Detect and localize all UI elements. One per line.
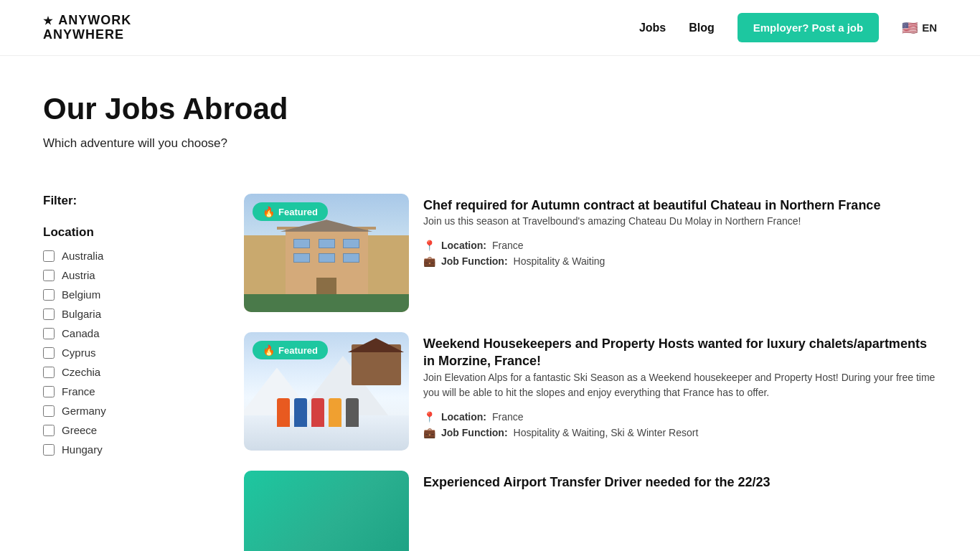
location-icon-1: 📍 (423, 240, 435, 251)
filter-label-czechia: Czechia (62, 366, 100, 378)
job-thumbnail-2[interactable]: 🔥 Featured (244, 332, 409, 451)
post-job-button[interactable]: Employer? Post a job (738, 13, 879, 42)
job-meta-1: 📍 Location: France 💼 Job Function: Hospi… (423, 240, 937, 267)
nav-jobs-link[interactable]: Jobs (639, 22, 666, 34)
page-title: Our Jobs Abroad (43, 92, 937, 126)
filter-checkbox-canada[interactable] (43, 328, 55, 339)
filter-checkbox-greece[interactable] (43, 425, 55, 436)
filter-item-czechia[interactable]: Czechia (43, 366, 201, 378)
sidebar: Filter: Location Australia Austria Belgi… (43, 194, 201, 456)
job-title-1[interactable]: Chef required for Autumn contract at bea… (423, 198, 880, 212)
filter-label-france: France (62, 385, 95, 397)
filter-checkbox-france[interactable] (43, 386, 55, 397)
hero-section: Our Jobs Abroad Which adventure will you… (0, 56, 980, 165)
fire-icon-1: 🔥 (263, 206, 275, 217)
lang-label: EN (922, 22, 937, 34)
location-value-1: France (492, 240, 524, 251)
job-thumbnail-3[interactable] (244, 471, 409, 551)
job-info-1: Chef required for Autumn contract at bea… (423, 194, 937, 267)
location-icon-2: 📍 (423, 411, 435, 423)
featured-badge-2: 🔥 Featured (253, 341, 328, 359)
main-nav: Jobs Blog Employer? Post a job 🇺🇸 EN (639, 13, 937, 42)
job-listings: 🔥 Featured Chef required for Autumn cont… (244, 194, 937, 551)
job-card-3: Experienced Airport Transfer Driver need… (244, 471, 937, 551)
job-function-2: 💼 Job Function: Hospitality & Waiting, S… (423, 427, 937, 438)
filter-label-cyprus: Cyprus (62, 347, 96, 359)
logo-line2: ANYWHERE (43, 28, 131, 42)
filter-item-belgium[interactable]: Belgium (43, 288, 201, 301)
filter-item-greece[interactable]: Greece (43, 424, 201, 436)
location-filter-title: Location (43, 225, 201, 240)
job-title-3[interactable]: Experienced Airport Transfer Driver need… (423, 475, 771, 489)
filter-label-greece: Greece (62, 424, 97, 436)
job-info-2: Weekend Housekeepers and Property Hosts … (423, 332, 937, 438)
filter-checkbox-bulgaria[interactable] (43, 309, 55, 320)
filter-item-canada[interactable]: Canada (43, 327, 201, 339)
job-desc-2: Join Elevation Alps for a fantastic Ski … (423, 370, 937, 401)
fire-icon-2: 🔥 (263, 344, 275, 356)
job-location-1: 📍 Location: France (423, 240, 937, 251)
filter-label-canada: Canada (62, 327, 100, 339)
logo-icon (43, 16, 53, 26)
filter-label-germany: Germany (62, 405, 106, 417)
location-label-2: Location: (441, 411, 486, 423)
function-icon-1: 💼 (423, 255, 435, 267)
function-icon-2: 💼 (423, 427, 435, 438)
filter-checkbox-cyprus[interactable] (43, 347, 55, 359)
filter-item-germany[interactable]: Germany (43, 405, 201, 417)
function-value-2: Hospitality & Waiting, Ski & Winter Reso… (514, 427, 699, 438)
filter-item-hungary[interactable]: Hungary (43, 443, 201, 456)
filter-item-austria[interactable]: Austria (43, 269, 201, 281)
logo-line1: ANYWORK (43, 14, 131, 28)
function-label-2: Job Function: (441, 427, 508, 438)
featured-label-2: Featured (278, 345, 318, 356)
filter-item-bulgaria[interactable]: Bulgaria (43, 308, 201, 320)
location-value-2: France (492, 411, 524, 423)
job-desc-1: Join us this season at Travelbound's ama… (423, 214, 937, 230)
filter-item-france[interactable]: France (43, 385, 201, 397)
filter-item-cyprus[interactable]: Cyprus (43, 347, 201, 359)
hero-subtitle: Which adventure will you choose? (43, 136, 937, 151)
job-card-1: 🔥 Featured Chef required for Autumn cont… (244, 194, 937, 312)
job-thumbnail-1[interactable]: 🔥 Featured (244, 194, 409, 312)
filter-checkbox-belgium[interactable] (43, 289, 55, 301)
nav-blog-link[interactable]: Blog (689, 22, 715, 34)
filter-label-bulgaria: Bulgaria (62, 308, 101, 320)
job-location-2: 📍 Location: France (423, 411, 937, 423)
filter-label-austria: Austria (62, 269, 95, 281)
filter-checkbox-austria[interactable] (43, 270, 55, 281)
job-function-1: 💼 Job Function: Hospitality & Waiting (423, 255, 937, 267)
filter-checkbox-germany[interactable] (43, 405, 55, 417)
job-meta-2: 📍 Location: France 💼 Job Function: Hospi… (423, 411, 937, 438)
filter-checkbox-hungary[interactable] (43, 444, 55, 456)
function-value-1: Hospitality & Waiting (514, 255, 606, 267)
featured-badge-1: 🔥 Featured (253, 202, 328, 221)
function-label-1: Job Function: (441, 255, 508, 267)
location-label-1: Location: (441, 240, 486, 251)
featured-label-1: Featured (278, 207, 318, 217)
filter-item-australia[interactable]: Australia (43, 250, 201, 262)
filter-label-belgium: Belgium (62, 288, 100, 301)
flag-icon: 🇺🇸 (902, 20, 918, 36)
filter-checkbox-czechia[interactable] (43, 367, 55, 378)
job-info-3: Experienced Airport Transfer Driver need… (423, 471, 937, 491)
job-card-2: 🔥 Featured Weekend Housekeepers and Prop… (244, 332, 937, 451)
filter-checkbox-australia[interactable] (43, 250, 55, 262)
main-content: Filter: Location Australia Austria Belgi… (0, 165, 980, 551)
filter-label-australia: Australia (62, 250, 103, 262)
logo[interactable]: ANYWORK ANYWHERE (43, 14, 131, 42)
header: ANYWORK ANYWHERE Jobs Blog Employer? Pos… (0, 0, 980, 56)
location-filter-list: Australia Austria Belgium Bulgaria Canad… (43, 250, 201, 456)
filter-label: Filter: (43, 194, 201, 208)
filter-label-hungary: Hungary (62, 443, 103, 456)
job-title-2[interactable]: Weekend Housekeepers and Property Hosts … (423, 336, 927, 368)
language-selector[interactable]: 🇺🇸 EN (902, 20, 937, 36)
